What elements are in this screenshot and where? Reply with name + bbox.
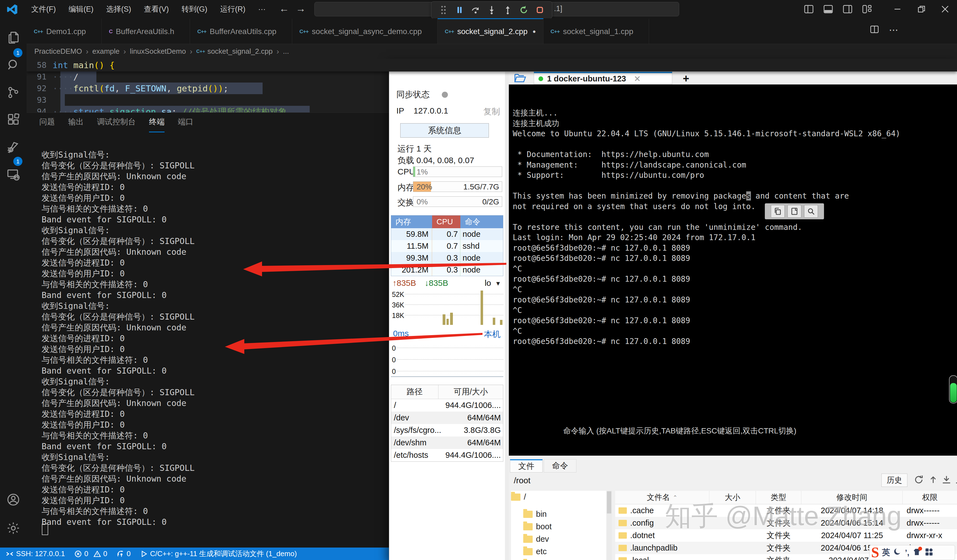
account-icon[interactable] xyxy=(6,492,21,507)
commands-tab[interactable]: 命令 xyxy=(544,459,576,472)
menu-item[interactable]: 选择(S) xyxy=(100,4,137,14)
ime-lang-indicator[interactable]: 英 xyxy=(882,547,890,558)
sync-status-dot xyxy=(442,91,448,98)
extensions-icon[interactable] xyxy=(6,113,21,127)
tree-scrollbar[interactable] xyxy=(606,491,612,560)
new-session-button[interactable]: + xyxy=(683,72,689,85)
refresh-icon[interactable] xyxy=(913,474,925,486)
restart-icon[interactable] xyxy=(517,4,531,16)
ime-punct-indicator[interactable]: ’, xyxy=(905,548,910,557)
remote-explorer-icon[interactable] xyxy=(6,167,21,182)
menu-item[interactable]: 转到(G) xyxy=(175,4,213,14)
tree-item[interactable]: etc xyxy=(511,545,606,558)
customize-layout-icon[interactable] xyxy=(857,0,876,18)
tree-item[interactable]: boot xyxy=(511,521,606,533)
menu-item[interactable]: 文件(F) xyxy=(25,4,62,14)
menu-item[interactable]: 运行(R) xyxy=(213,4,251,14)
minimize-button[interactable] xyxy=(886,0,910,18)
close-session-icon[interactable]: ✕ xyxy=(634,74,641,84)
step-into-icon[interactable] xyxy=(485,4,499,16)
system-info-button[interactable]: 系统信息 xyxy=(400,123,489,138)
path-input[interactable]: /root xyxy=(514,476,531,485)
history-button[interactable]: 历史 xyxy=(881,473,907,487)
tree-item[interactable]: home xyxy=(511,558,606,560)
editor-tab[interactable]: C++ socket_signal_async_demo.cpp ● xyxy=(292,18,437,44)
open-folder-icon[interactable] xyxy=(514,73,527,84)
disk-row[interactable]: /dev64M/64M xyxy=(391,412,503,424)
editor-tab[interactable]: C BufferAreaUtils.h ● xyxy=(102,18,190,44)
fs-splitter[interactable] xyxy=(505,72,509,560)
panel-tab[interactable]: 输出 xyxy=(68,117,84,133)
toggle-secondary-sidebar-icon[interactable] xyxy=(838,0,857,18)
breadcrumb-item[interactable]: C++... xyxy=(273,47,289,56)
editor-tab[interactable]: C++ BufferAreaUtils.cpp ● xyxy=(190,18,292,44)
settings-gear-icon[interactable] xyxy=(6,521,21,535)
download-rate: ↓835B xyxy=(425,278,448,288)
copy-button[interactable]: 复制 xyxy=(483,106,500,117)
ports-indicator[interactable]: 0 xyxy=(117,549,131,558)
ime-toolbox-icon[interactable] xyxy=(924,547,934,558)
disk-row[interactable]: /sys/fs/cgro...3.8G/3.8G xyxy=(391,424,503,437)
process-row[interactable]: 99.3M0.3node xyxy=(391,252,503,264)
explorer-icon[interactable] xyxy=(6,30,21,45)
upload-icon[interactable] xyxy=(954,474,957,486)
pause-icon[interactable] xyxy=(453,4,466,16)
go-up-icon[interactable] xyxy=(928,474,939,486)
process-row[interactable]: 201.2M0.3node xyxy=(391,264,503,276)
toggle-panel-icon[interactable] xyxy=(818,0,838,18)
search-icon[interactable] xyxy=(6,58,21,72)
files-tab[interactable]: 文件 xyxy=(510,459,543,472)
build-task-button[interactable]: C/C++: g++-11 生成和调试活动文件 (1_demo) xyxy=(140,549,297,558)
stop-icon[interactable] xyxy=(533,4,547,16)
ime-moon-icon[interactable] xyxy=(893,547,902,558)
tree-item[interactable]: bin xyxy=(511,508,606,521)
panel-tab[interactable]: 问题 xyxy=(39,117,55,133)
vscode-terminal-output[interactable]: 收到Signal信号:信号变化（区分是何种信号）: SIGPOLL信号产生的原因… xyxy=(41,149,195,527)
process-row[interactable]: 59.8M0.7node xyxy=(391,228,503,240)
editor-tab[interactable]: C++ socket_signal_2.cpp ● xyxy=(437,18,543,44)
nav-back-icon[interactable]: ← xyxy=(279,3,289,14)
disk-row[interactable]: /944.4G/1006.... xyxy=(391,399,503,412)
terminal-scrollbar[interactable] xyxy=(949,375,957,404)
search-icon[interactable] xyxy=(804,205,818,218)
panel-tab[interactable]: 端口 xyxy=(178,117,193,133)
panel-tab[interactable]: 终端 xyxy=(149,117,164,133)
remote-indicator[interactable]: SSH: 127.0.0.1 xyxy=(6,549,65,558)
editor-tab[interactable]: C++ Demo1.cpp ● xyxy=(27,18,102,44)
tree-item[interactable]: dev xyxy=(511,533,606,545)
source-control-icon[interactable] xyxy=(6,85,21,100)
process-row[interactable]: 11.5M0.7sshd xyxy=(391,240,503,252)
split-editor-icon[interactable] xyxy=(870,24,880,36)
run-debug-icon[interactable] xyxy=(6,140,21,155)
fs-terminal[interactable]: 连接主机...连接主机成功Welcome to Ubuntu 22.04.4 L… xyxy=(509,84,957,456)
menu-item[interactable]: 编辑(E) xyxy=(62,4,100,14)
paste-icon[interactable] xyxy=(788,205,801,218)
copy-icon[interactable] xyxy=(771,205,785,218)
problems-indicator[interactable]: 0 0 xyxy=(74,549,107,558)
breadcrumb-item[interactable]: C++linuxSocketDemo xyxy=(120,47,186,56)
restore-button[interactable] xyxy=(910,0,933,18)
step-over-icon[interactable] xyxy=(469,4,483,16)
tree-item[interactable]: / xyxy=(511,491,606,503)
toggle-sidebar-icon[interactable] xyxy=(799,0,818,18)
sync-status-label: 同步状态 xyxy=(396,89,430,100)
editor-tab[interactable]: C++ socket_signal_1.cpp ● xyxy=(543,18,649,44)
disk-row[interactable]: /etc/hosts944.4G/1006.... xyxy=(391,449,503,461)
step-out-icon[interactable] xyxy=(501,4,515,16)
drag-handle-icon[interactable] xyxy=(436,4,450,16)
menu-item[interactable]: ··· xyxy=(252,5,272,14)
breadcrumb-item[interactable]: C++socket_signal_2.cpp xyxy=(186,47,273,56)
iface-select[interactable]: lo xyxy=(485,278,491,288)
close-button[interactable] xyxy=(933,0,957,18)
breadcrumb-item[interactable]: C++example xyxy=(82,47,120,56)
menu-item[interactable]: 查看(V) xyxy=(137,4,175,14)
panel-tab[interactable]: 调试控制台 xyxy=(97,117,136,133)
disk-row[interactable]: /dev/shm64M/64M xyxy=(391,437,503,449)
breadcrumb-item[interactable]: C++PracticeDEMO xyxy=(34,47,82,56)
iface-dropdown-icon[interactable]: ▼ xyxy=(495,280,501,287)
nav-forward-icon[interactable]: → xyxy=(296,3,306,14)
more-actions-icon[interactable]: ⋯ xyxy=(889,24,899,36)
ime-skin-icon[interactable] xyxy=(912,547,922,558)
download-icon[interactable] xyxy=(941,474,952,486)
session-tab[interactable]: 1 docker-ubuntu-123 ✕ xyxy=(534,72,672,84)
